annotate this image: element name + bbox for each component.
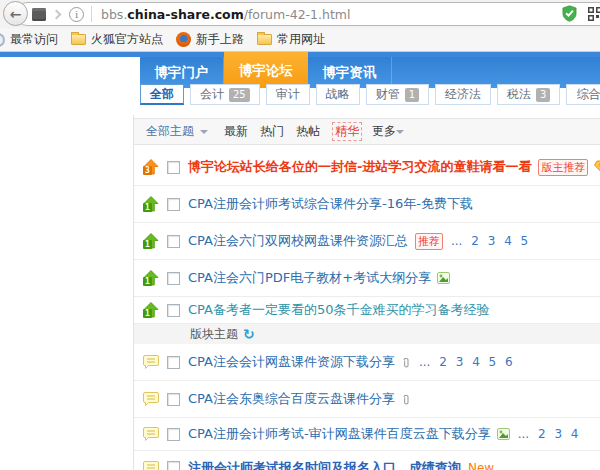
url-domain: china-share.com (127, 7, 243, 22)
thread-title-link[interactable]: 注册会计师考试报名时间及报名入口、成绩查询 (188, 459, 461, 470)
thread-row: 1 CPA注册会计师考试综合课件分享-16年-免费下载 (134, 186, 600, 223)
thread-row: 1 CPA注会六门双网校网盘课件资源汇总 推荐 ... 2 3 4 5 (134, 223, 600, 260)
bookmark-getting-started[interactable]: 新手上路 (176, 31, 244, 48)
thread-pagination[interactable]: ... 2 3 4 (518, 427, 579, 441)
thread-list: 3 博宇论坛站长给各位的一封信-进站学习交流的童鞋请看一看 版主推荐 .. 1 … (134, 145, 600, 470)
category-tab-economic-law[interactable]: 经济法 (435, 84, 491, 105)
thread-row: CPA注会东奥综合百度云盘课件分享 (134, 381, 600, 418)
thread-checkbox[interactable] (167, 198, 180, 211)
topic-bubble-icon (143, 427, 159, 441)
url-text[interactable]: bbs.china-share.com/forum-42-1.html (101, 7, 351, 22)
pinned-3-icon: 3 (143, 159, 159, 175)
thread-row: 1 CPA注会六门PDF电子教材+考试大纲分享 (134, 260, 600, 297)
filter-scope-dropdown[interactable]: 全部主题 (146, 123, 194, 140)
thread-checkbox[interactable] (167, 272, 180, 285)
category-tab-audit[interactable]: 审计 (266, 84, 310, 105)
recommend-badge: 推荐 (415, 233, 443, 250)
pin-level: 3 (143, 166, 152, 175)
thread-checkbox[interactable] (167, 356, 180, 369)
bookmark-most-visited[interactable]: 最常访问 (0, 31, 58, 48)
image-attachment-icon (437, 272, 450, 284)
forum-page: { "browser": { "url": { "prefix": "bbs."… (0, 0, 600, 470)
board-topics-divider: 版块主题 ↻ (134, 324, 600, 344)
count-badge: 25 (229, 88, 250, 102)
count-badge: 3 (536, 88, 550, 102)
thread-title-link[interactable]: CPA注会六门PDF电子教材+考试大纲分享 (188, 269, 431, 287)
attachment-paperclip-icon (401, 393, 411, 406)
thread-pagination[interactable]: ... 2 3 4 5 6 (419, 355, 513, 369)
site-identity-icon[interactable] (32, 8, 46, 21)
thread-pagination[interactable]: ... 2 3 4 5 (451, 234, 528, 248)
history-icon (0, 33, 5, 47)
filter-bar: 全部主题 最新 热门 热帖 精华 更多 (134, 118, 600, 145)
qr-code-icon[interactable] (588, 7, 600, 24)
board-topics-label: 版块主题 (190, 326, 238, 343)
thread-title-link[interactable]: 博宇论坛站长给各位的一封信-进站学习交流的童鞋请看一看 (188, 158, 531, 176)
url-prefix: bbs. (101, 7, 127, 22)
nav-tab-forum[interactable]: 博宇论坛 (224, 52, 308, 88)
category-tab-all[interactable]: 全部 (140, 84, 184, 105)
address-bar[interactable]: i bbs.china-share.com/forum-42-1.html (15, 2, 600, 26)
firefox-icon (176, 32, 191, 47)
category-tab-tax-law[interactable]: 税法3 (497, 84, 560, 105)
bookmarks-bar: 最常访问 火狐官方站点 新手上路 常用网址 (0, 28, 600, 52)
bookmark-label: 常用网址 (277, 31, 325, 48)
thread-title-link[interactable]: CPA注会东奥综合百度云盘课件分享 (188, 390, 395, 408)
topic-bubble-icon (143, 461, 159, 470)
count-badge: 1 (405, 88, 419, 102)
pin-level: 1 (143, 277, 152, 286)
pinned-1-icon: 1 (143, 233, 159, 249)
thread-title-link[interactable]: CPA备考者一定要看的50条千金难买的学习备考经验 (188, 301, 490, 319)
filter-newest[interactable]: 最新 (224, 123, 248, 140)
thread-row: CPA注册会计师考试-审计网盘课件百度云盘下载分享 ... 2 3 4 (134, 418, 600, 451)
filter-hot-posts[interactable]: 热帖 (296, 123, 320, 140)
browser-toolbar: i bbs.china-share.com/forum-42-1.html ← (0, 0, 600, 28)
bookmark-firefox-official[interactable]: 火狐官方站点 (71, 31, 163, 48)
folder-icon (257, 34, 272, 45)
url-path: /forum-42-1.html (244, 7, 351, 22)
thread-checkbox[interactable] (167, 235, 180, 248)
thread-title-link[interactable]: CPA注会六门双网校网盘课件资源汇总 (188, 232, 408, 250)
bookmark-label: 新手上路 (196, 31, 244, 48)
thread-row: 注册会计师考试报名时间及报名入口、成绩查询 New (134, 451, 600, 470)
category-label: 审计 (276, 86, 300, 103)
security-shield-icon[interactable] (561, 5, 578, 25)
moderator-recommend-badge: 版主推荐 (538, 159, 588, 176)
bookmark-label: 火狐官方站点 (91, 31, 163, 48)
category-label: 经济法 (445, 86, 481, 103)
filter-more-dropdown[interactable]: 更多 (372, 123, 396, 140)
filter-hot[interactable]: 热门 (260, 123, 284, 140)
thread-title-link[interactable]: CPA注册会计师考试-审计网盘课件百度云盘下载分享 (188, 425, 491, 443)
chevron-right-icon (52, 9, 62, 19)
folder-icon (71, 34, 86, 45)
category-tab-comprehensive[interactable]: 综合13 (566, 84, 600, 105)
thread-checkbox[interactable] (167, 393, 180, 406)
thread-row: 1 CPA备考者一定要看的50条千金难买的学习备考经验 (134, 297, 600, 324)
thread-checkbox[interactable] (167, 304, 180, 317)
bookmark-common-sites[interactable]: 常用网址 (257, 31, 325, 48)
category-tab-strategy[interactable]: 战略 (316, 84, 360, 105)
category-tab-accounting[interactable]: 会计25 (190, 84, 260, 105)
filter-digest[interactable]: 精华 (332, 122, 362, 141)
category-label: 综合 (576, 86, 600, 103)
chevron-down-icon (396, 130, 404, 138)
thread-checkbox[interactable] (167, 461, 180, 470)
thread-row: 3 博宇论坛站长给各位的一封信-进站学习交流的童鞋请看一看 版主推荐 .. (134, 149, 600, 186)
category-label: 财管 (376, 86, 400, 103)
thread-title-link[interactable]: CPA注册会计师考试综合课件分享-16年-免费下载 (188, 195, 473, 213)
info-icon[interactable]: i (69, 7, 84, 22)
divider (91, 6, 92, 22)
refresh-icon[interactable]: ↻ (243, 326, 255, 342)
back-button[interactable]: ← (3, 1, 28, 26)
thread-title-link[interactable]: CPA注会会计网盘课件资源下载分享 (188, 353, 395, 371)
pin-level: 1 (143, 240, 152, 249)
bookmark-label: 最常访问 (10, 31, 58, 48)
category-tab-finance[interactable]: 财管1 (366, 84, 429, 105)
thread-row: CPA注会会计网盘课件资源下载分享 ... 2 3 4 5 6 (134, 344, 600, 381)
attachment-paperclip-icon (401, 356, 411, 369)
pinned-1-icon: 1 (143, 196, 159, 212)
thread-checkbox[interactable] (167, 428, 180, 441)
thread-checkbox[interactable] (167, 161, 180, 174)
pin-level: 1 (143, 203, 152, 212)
topic-bubble-icon (143, 355, 159, 369)
